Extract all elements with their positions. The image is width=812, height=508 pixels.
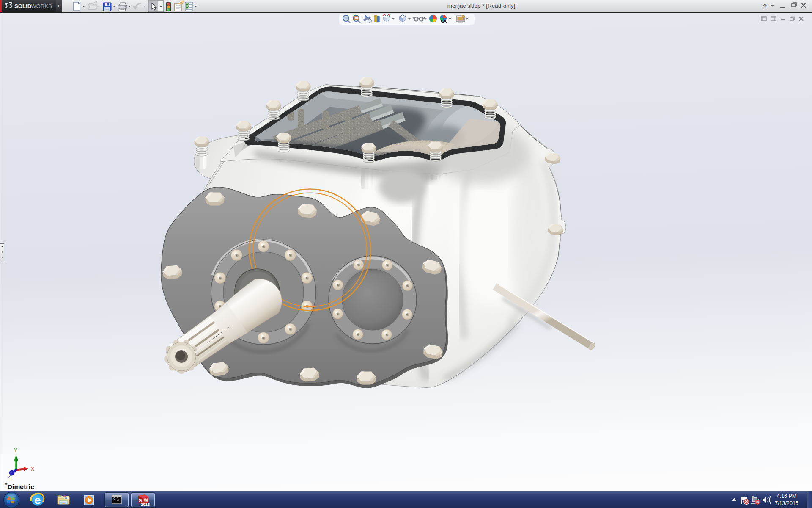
- svg-text:Y: Y: [14, 447, 17, 453]
- svg-text:SOLID: SOLID: [14, 3, 31, 9]
- svg-text:X: X: [31, 466, 34, 472]
- svg-text:?: ?: [763, 3, 767, 10]
- svg-text:e: e: [34, 494, 41, 507]
- svg-text:Z: Z: [8, 474, 11, 480]
- svg-text:2015: 2015: [141, 502, 150, 507]
- svg-text:WORKS: WORKS: [31, 3, 52, 9]
- svg-text:C:\: C:\: [113, 497, 119, 500]
